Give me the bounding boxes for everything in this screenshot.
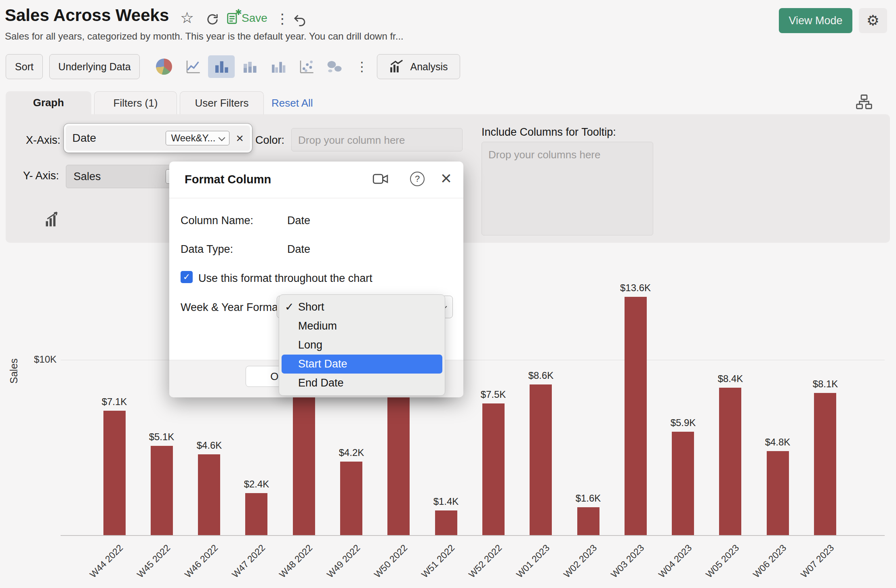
- bar-w06-2023[interactable]: [767, 451, 789, 535]
- x-tick-label: W46 2022: [170, 542, 220, 588]
- dropdown-option-start-date[interactable]: Start Date: [282, 355, 442, 374]
- x-tick-label: W44 2022: [75, 542, 125, 588]
- dropdown-option-long[interactable]: Long: [279, 336, 445, 355]
- x-axis-baseline: [61, 535, 885, 536]
- chevron-down-icon: [219, 134, 225, 141]
- x-tick-label: W51 2022: [406, 542, 457, 588]
- x-tick-label: W07 2023: [786, 542, 836, 588]
- bar-w47-2022[interactable]: [245, 493, 267, 535]
- bar-w07-2023[interactable]: [814, 393, 836, 535]
- clustered-bar-chart-icon[interactable]: [269, 58, 287, 76]
- undo-icon[interactable]: [292, 13, 307, 27]
- bar-w02-2023[interactable]: [577, 507, 599, 535]
- x-tick-label: W04 2023: [644, 542, 694, 588]
- bar-w05-2023[interactable]: [719, 388, 741, 535]
- bar-chart-icon-selected[interactable]: [208, 55, 235, 78]
- y-axis-title: Sales: [8, 358, 20, 384]
- dropdown-option-medium[interactable]: Medium: [279, 317, 445, 336]
- bar-value-label: $13.6K: [603, 282, 668, 294]
- analysis-button[interactable]: Analysis: [377, 54, 460, 79]
- x-tick-label: W05 2023: [691, 542, 741, 588]
- video-tutorial-icon[interactable]: [372, 172, 389, 186]
- more-options-icon[interactable]: ⋮: [276, 10, 289, 27]
- x-tick-label: W01 2023: [501, 542, 552, 588]
- use-format-label: Use this format throughout the chart: [198, 272, 372, 285]
- underlying-data-button[interactable]: Underlying Data: [49, 54, 140, 79]
- dialog-close-icon[interactable]: ×: [441, 167, 452, 189]
- stacked-bar-chart-icon[interactable]: [241, 58, 259, 76]
- axis-settings-icon[interactable]: [44, 211, 61, 229]
- x-tick-label: W45 2022: [122, 542, 172, 588]
- pie-chart-icon[interactable]: [155, 58, 173, 76]
- bar-value-label: $1.6K: [556, 493, 620, 504]
- dropdown-option-end-date[interactable]: End Date: [279, 374, 445, 393]
- favorite-star-icon[interactable]: ☆: [180, 9, 194, 27]
- x-axis-label: X-Axis:: [26, 134, 61, 147]
- save-label: Save: [242, 12, 267, 25]
- map-chart-icon[interactable]: [326, 58, 343, 76]
- bar-w03-2023[interactable]: [625, 297, 647, 535]
- x-tick-label: W06 2023: [738, 542, 789, 588]
- dropdown-option-short[interactable]: ✓Short: [279, 298, 445, 317]
- color-dropzone[interactable]: Drop your column here: [291, 128, 463, 151]
- bar-value-label: $7.1K: [82, 396, 147, 407]
- bar-w04-2023[interactable]: [672, 432, 694, 535]
- x-tick-label: W03 2023: [596, 542, 646, 588]
- bar-value-label: $5.9K: [651, 417, 715, 428]
- analytics-app: Sales Across Weeks ☆ ✱ Save ⋮ View Mode …: [0, 0, 896, 588]
- tooltip-dropzone[interactable]: Drop your columns here: [482, 142, 653, 235]
- x-tick-label: W48 2022: [264, 542, 315, 588]
- format-field-label: Week & Year Format:: [181, 301, 284, 314]
- data-type-label: Data Type:: [181, 243, 233, 256]
- x-axis-column-name: Date: [72, 132, 96, 145]
- bar-value-label: $8.6K: [509, 370, 573, 381]
- unsaved-asterisk-icon: ✱: [235, 7, 242, 17]
- refresh-icon[interactable]: [205, 12, 220, 27]
- bar-value-label: $4.6K: [177, 440, 242, 451]
- selected-check-icon: ✓: [285, 298, 294, 317]
- x-axis-field[interactable]: Date Week&Y... ×: [64, 124, 252, 153]
- bar-w46-2022[interactable]: [198, 454, 220, 535]
- bar-w44-2022[interactable]: [103, 411, 126, 535]
- analysis-label: Analysis: [410, 61, 448, 73]
- analysis-icon: [389, 59, 404, 74]
- x-axis-format-chip[interactable]: Week&Y...: [166, 131, 229, 145]
- bar-w52-2022[interactable]: [482, 403, 505, 535]
- bar-value-label: $1.4K: [414, 496, 478, 507]
- settings-gear-button[interactable]: ⚙: [859, 8, 887, 33]
- bar-w51-2022[interactable]: [435, 510, 457, 535]
- tab-user-filters[interactable]: User Filters: [180, 91, 264, 114]
- sort-button[interactable]: Sort: [6, 54, 43, 79]
- help-icon[interactable]: ?: [410, 172, 425, 186]
- bar-value-label: $8.4K: [698, 373, 763, 384]
- tab-filters[interactable]: Filters (1): [94, 91, 177, 114]
- line-chart-icon[interactable]: [184, 58, 202, 76]
- x-tick-label: W47 2022: [217, 542, 267, 588]
- x-tick-label: W50 2022: [359, 542, 410, 588]
- x-tick-label: W02 2023: [549, 542, 599, 588]
- bar-w49-2022[interactable]: [340, 462, 362, 535]
- x-tick-label: W49 2022: [312, 542, 362, 588]
- scatter-chart-icon[interactable]: [298, 58, 315, 76]
- y-tick-label: $10K: [24, 354, 57, 365]
- column-name-value: Date: [287, 214, 310, 227]
- color-label: Color:: [255, 134, 284, 147]
- hierarchy-icon[interactable]: [856, 94, 873, 111]
- y-axis-column-name: Sales: [74, 170, 101, 183]
- use-format-checkbox[interactable]: ✓: [181, 271, 193, 283]
- tab-graph[interactable]: Graph: [6, 91, 91, 114]
- bar-value-label: $2.4K: [224, 479, 289, 490]
- bar-value-label: $4.2K: [319, 447, 384, 458]
- column-name-label: Column Name:: [181, 214, 253, 227]
- more-chart-types-icon[interactable]: ⋮: [355, 59, 368, 74]
- bar-w45-2022[interactable]: [151, 446, 173, 535]
- remove-column-icon[interactable]: ×: [236, 131, 244, 146]
- format-column-dialog: Format Column ? × Column Name: Date Data…: [169, 162, 463, 397]
- bar-value-label: $4.8K: [745, 437, 810, 448]
- bar-w01-2023[interactable]: [530, 384, 552, 535]
- view-mode-button[interactable]: View Mode: [779, 8, 852, 33]
- tooltip-columns-label: Include Columns for Tooltip:: [482, 126, 616, 139]
- report-description: Sales for all years, categorized by mont…: [5, 31, 404, 42]
- y-axis-label: Y- Axis:: [23, 170, 59, 182]
- reset-all-link[interactable]: Reset All: [271, 97, 313, 109]
